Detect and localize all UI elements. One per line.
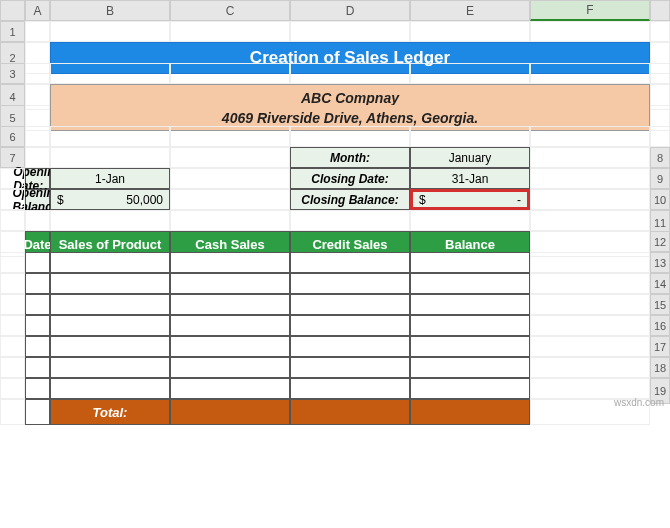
cell[interactable] <box>25 210 50 231</box>
cell[interactable] <box>0 273 25 294</box>
opening-balance-value[interactable]: $50,000 <box>50 189 170 210</box>
table-cell-empty[interactable] <box>25 399 50 425</box>
closing-date-value[interactable]: 31-Jan <box>410 168 530 189</box>
cell[interactable] <box>290 63 410 84</box>
col-header-B[interactable]: B <box>50 0 170 21</box>
col-header-A[interactable]: A <box>25 0 50 21</box>
cell[interactable] <box>530 378 650 399</box>
cell[interactable] <box>0 378 25 399</box>
table-cell[interactable] <box>290 294 410 315</box>
cell[interactable] <box>530 315 650 336</box>
total-balance[interactable] <box>410 399 530 425</box>
table-cell[interactable] <box>410 336 530 357</box>
cell[interactable] <box>170 147 290 168</box>
cell[interactable] <box>170 210 290 231</box>
row-header-12[interactable]: 12 <box>650 231 670 252</box>
table-cell[interactable] <box>50 378 170 399</box>
table-cell[interactable] <box>170 315 290 336</box>
cell[interactable] <box>410 21 530 42</box>
row-header-16[interactable]: 16 <box>650 315 670 336</box>
cell[interactable] <box>50 147 170 168</box>
table-cell[interactable] <box>410 378 530 399</box>
table-cell[interactable] <box>25 336 50 357</box>
col-header-end[interactable] <box>650 0 670 21</box>
col-header-F[interactable]: F <box>530 0 650 21</box>
cell[interactable] <box>0 357 25 378</box>
table-cell[interactable] <box>50 357 170 378</box>
table-cell[interactable] <box>50 336 170 357</box>
cell[interactable] <box>650 63 670 84</box>
cell[interactable] <box>0 294 25 315</box>
month-value[interactable]: January <box>410 147 530 168</box>
row-header-17[interactable]: 17 <box>650 336 670 357</box>
table-cell[interactable] <box>290 357 410 378</box>
col-header-D[interactable]: D <box>290 0 410 21</box>
table-cell[interactable] <box>50 273 170 294</box>
cell[interactable] <box>50 63 170 84</box>
table-cell[interactable] <box>25 315 50 336</box>
cell[interactable] <box>0 252 25 273</box>
cell[interactable] <box>530 147 650 168</box>
table-cell[interactable] <box>290 336 410 357</box>
cell[interactable] <box>25 147 50 168</box>
cell[interactable] <box>530 357 650 378</box>
cell[interactable] <box>650 126 670 147</box>
cell[interactable] <box>410 210 530 231</box>
row-header-18[interactable]: 18 <box>650 357 670 378</box>
row-header-13[interactable]: 13 <box>650 252 670 273</box>
cell[interactable] <box>0 399 25 425</box>
col-header-E[interactable]: E <box>410 0 530 21</box>
row-header-6[interactable]: 6 <box>0 126 25 147</box>
row-header-9[interactable]: 9 <box>650 168 670 189</box>
table-cell[interactable] <box>410 294 530 315</box>
table-cell[interactable] <box>25 378 50 399</box>
cell[interactable] <box>410 63 530 84</box>
table-cell[interactable] <box>25 294 50 315</box>
cell[interactable] <box>25 63 50 84</box>
row-header-3[interactable]: 3 <box>0 63 25 84</box>
table-cell[interactable] <box>170 378 290 399</box>
cell[interactable] <box>530 168 650 189</box>
cell[interactable] <box>0 336 25 357</box>
table-cell[interactable] <box>290 378 410 399</box>
total-credit[interactable] <box>290 399 410 425</box>
table-cell[interactable] <box>170 294 290 315</box>
col-header-C[interactable]: C <box>170 0 290 21</box>
cell[interactable] <box>290 21 410 42</box>
cell[interactable] <box>170 168 290 189</box>
cell[interactable] <box>530 273 650 294</box>
cell[interactable] <box>170 21 290 42</box>
table-cell[interactable] <box>50 252 170 273</box>
table-cell[interactable] <box>290 252 410 273</box>
opening-date-value[interactable]: 1-Jan <box>50 168 170 189</box>
cell[interactable] <box>290 210 410 231</box>
cell[interactable] <box>530 252 650 273</box>
table-cell[interactable] <box>170 273 290 294</box>
cell[interactable] <box>50 21 170 42</box>
table-cell[interactable] <box>50 294 170 315</box>
cell[interactable] <box>650 21 670 42</box>
cell[interactable] <box>0 315 25 336</box>
table-cell[interactable] <box>290 315 410 336</box>
cell[interactable] <box>410 126 530 147</box>
table-cell[interactable] <box>25 273 50 294</box>
cell[interactable] <box>290 126 410 147</box>
row-header-14[interactable]: 14 <box>650 273 670 294</box>
table-cell[interactable] <box>25 357 50 378</box>
table-cell[interactable] <box>25 252 50 273</box>
row-header-1[interactable]: 1 <box>0 21 25 42</box>
cell[interactable] <box>530 189 650 210</box>
cell[interactable] <box>530 294 650 315</box>
cell[interactable] <box>50 126 170 147</box>
cell[interactable] <box>530 336 650 357</box>
cell[interactable] <box>0 210 25 231</box>
cell[interactable] <box>170 126 290 147</box>
cell[interactable] <box>530 210 650 231</box>
table-cell[interactable] <box>410 273 530 294</box>
cell[interactable] <box>25 126 50 147</box>
table-cell[interactable] <box>290 273 410 294</box>
row-header-8[interactable]: 8 <box>650 147 670 168</box>
row-header-10[interactable]: 10 <box>650 189 670 210</box>
cell[interactable] <box>530 63 650 84</box>
table-cell[interactable] <box>410 357 530 378</box>
